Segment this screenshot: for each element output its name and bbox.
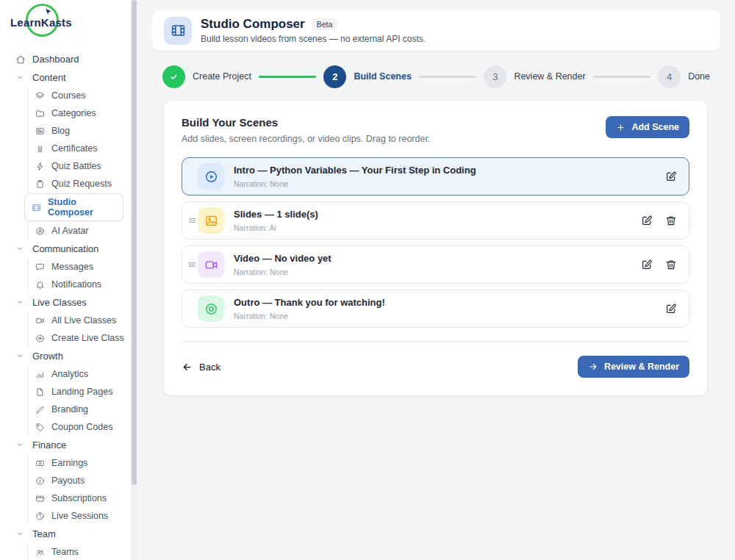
pen-icon [35, 405, 45, 414]
arrow-right-icon [588, 362, 598, 372]
step-circle [162, 65, 185, 88]
stepper: Create Project2Build Scenes3Review & Ren… [162, 63, 710, 90]
edit-scene-button[interactable] [665, 303, 677, 315]
drag-handle-icon[interactable] [187, 259, 198, 270]
chevron-down-icon [15, 440, 26, 450]
edit-scene-button[interactable] [641, 215, 653, 226]
delete-scene-button[interactable] [665, 259, 677, 270]
scene-list: Intro — Python Variables — Your First St… [182, 157, 689, 328]
sidebar-item-categories[interactable]: Categories [28, 104, 131, 122]
sidebar-item-live-classes[interactable]: Live Classes [0, 293, 131, 312]
plus-circle-icon [35, 334, 45, 343]
bolt-icon [35, 162, 45, 171]
step-create-project[interactable]: Create Project [162, 65, 251, 88]
video-icon [35, 316, 45, 326]
edit-scene-button[interactable] [641, 259, 653, 270]
sidebar-item-earnings[interactable]: Earnings [28, 454, 131, 472]
sidebar-item-analytics[interactable]: Analytics [28, 365, 131, 383]
check-icon [168, 71, 179, 82]
cash-icon [35, 459, 45, 468]
target-icon [198, 295, 224, 322]
sidebar-item-teams[interactable]: Teams [28, 543, 131, 560]
scene-title: Slides — 1 slide(s) [234, 209, 318, 220]
logo-text: LearnKasts [10, 16, 72, 29]
sidebar-item-finance[interactable]: Finance [0, 436, 131, 454]
back-button[interactable]: Back [182, 362, 220, 373]
clipboard-icon [35, 179, 45, 189]
sidebar-item-blog[interactable]: Blog [28, 122, 131, 140]
sidebar-item-quiz-battles[interactable]: Quiz Battles [28, 157, 131, 175]
sidebar-item-courses[interactable]: Courses [28, 87, 131, 104]
cursor-icon [43, 7, 53, 17]
sidebar-item-studio-composer[interactable]: Studio Composer [24, 193, 123, 221]
sidebar-item-team[interactable]: Team [0, 525, 131, 543]
step-done[interactable]: 4Done [658, 65, 710, 88]
scene-row[interactable]: Outro — Thank you for watching!Narration… [182, 290, 689, 328]
edit-scene-button[interactable] [665, 170, 677, 182]
page-subtitle: Build lesson videos from scenes — no ext… [201, 34, 426, 44]
sidebar-item-ai-avatar[interactable]: AI Avatar [28, 222, 131, 240]
page-header: Studio Composer Beta Build lesson videos… [152, 10, 720, 51]
sidebar-item-payouts[interactable]: Payouts [28, 472, 131, 489]
drag-handle-icon[interactable] [187, 215, 198, 226]
scene-narration: Narration: None [234, 179, 476, 188]
chat-icon [35, 262, 45, 272]
review-render-button[interactable]: Review & Render [578, 356, 689, 378]
chevron-down-icon [15, 351, 26, 362]
chevron-down-icon [15, 529, 26, 539]
sidebar-item-certificates[interactable]: Certificates [28, 140, 131, 157]
chevron-down-icon [15, 244, 26, 254]
scene-title: Video — No video yet [234, 253, 331, 265]
sidebar-item-messages[interactable]: Messages [28, 258, 131, 276]
bell-icon [35, 280, 45, 290]
sidebar-item-content[interactable]: Content [0, 68, 131, 87]
news-icon [35, 126, 45, 136]
tag-icon [35, 423, 45, 432]
sidebar-item-all-live-classes[interactable]: All Live Classes [28, 312, 131, 329]
chevron-down-icon [15, 73, 26, 83]
film-icon [32, 203, 41, 212]
folder-icon [35, 109, 45, 118]
sidebar-scrollbar-thumb[interactable] [132, 0, 137, 485]
arrow-left-icon [182, 362, 193, 373]
award-icon [35, 144, 45, 154]
scene-row[interactable]: Intro — Python Variables — Your First St… [182, 157, 689, 195]
card-icon [35, 494, 45, 503]
bar-chart-icon [35, 370, 45, 379]
scene-title: Outro — Thank you for watching! [234, 297, 385, 309]
logo[interactable]: LearnKasts [0, 0, 131, 47]
stepper-connector [259, 76, 316, 78]
scene-title: Intro — Python Variables — Your First St… [234, 165, 476, 176]
plus-icon [616, 123, 625, 132]
sidebar-item-coupon-codes[interactable]: Coupon Codes [28, 418, 131, 436]
panel-subtitle: Add slides, screen recordings, or video … [182, 134, 430, 144]
sidebar-item-notifications[interactable]: Notifications [28, 276, 131, 293]
sidebar-item-communication[interactable]: Communication [0, 240, 131, 258]
page-icon [35, 387, 45, 397]
home-icon [15, 54, 26, 65]
add-scene-button[interactable]: Add Scene [606, 116, 689, 138]
sidebar-item-branding[interactable]: Branding [28, 401, 131, 418]
scene-row[interactable]: Slides — 1 slide(s)Narration: Ai [182, 201, 689, 240]
sidebar-item-quiz-requests[interactable]: Quiz Requests [28, 175, 131, 193]
scene-row[interactable]: Video — No video yetNarration: None [182, 245, 689, 284]
stepper-connector [593, 76, 650, 78]
sidebar-nav: DashboardContentCoursesCategoriesBlogCer… [0, 47, 131, 560]
delete-scene-button[interactable] [665, 215, 677, 226]
scene-narration: Narration: None [234, 312, 385, 320]
step-circle: 4 [658, 65, 681, 88]
step-build-scenes[interactable]: 2Build Scenes [323, 65, 412, 88]
sidebar-item-create-live-class[interactable]: Create Live Class [28, 329, 131, 347]
chevron-down-icon [15, 298, 26, 308]
scene-narration: Narration: Ai [234, 223, 318, 232]
step-review-render[interactable]: 3Review & Render [484, 65, 585, 88]
play-circle-icon [198, 163, 224, 190]
sidebar-item-live-sessions[interactable]: Live Sessions [28, 507, 131, 525]
step-circle: 3 [484, 65, 506, 88]
sidebar-item-growth[interactable]: Growth [0, 347, 131, 365]
sidebar-item-dashboard[interactable]: Dashboard [0, 50, 131, 68]
sidebar-item-subscriptions[interactable]: Subscriptions [28, 489, 131, 507]
page-title: Studio Composer [201, 17, 305, 32]
sidebar-item-landing-pages[interactable]: Landing Pages [28, 383, 131, 401]
scene-narration: Narration: None [234, 268, 331, 276]
